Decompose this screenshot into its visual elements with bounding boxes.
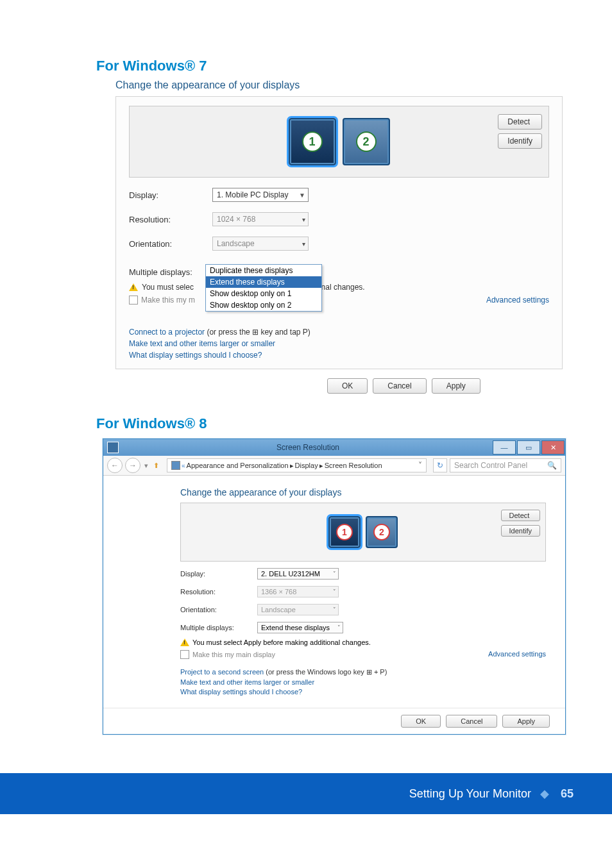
monitor-number: 1	[336, 524, 353, 540]
identify-button[interactable]: Identify	[498, 133, 542, 149]
make-main-checkbox[interactable]	[180, 650, 189, 659]
chevron-right-icon: ▸	[290, 462, 294, 470]
advanced-settings-link[interactable]: Advanced settings	[488, 650, 546, 659]
identify-button[interactable]: Identify	[501, 525, 540, 537]
breadcrumb-laquo: «	[182, 462, 185, 469]
up-button[interactable]: ⬆	[152, 462, 160, 470]
breadcrumb-item[interactable]: Screen Resolution	[325, 462, 382, 469]
resolution-combo[interactable]: 1366 × 768˅	[257, 586, 339, 597]
display-label: Display:	[180, 570, 257, 578]
chevron-down-icon: ˅	[333, 571, 336, 577]
section-heading-win7: For Windows® 7	[96, 58, 548, 74]
what-settings-link[interactable]: What display settings should I choose?	[180, 688, 546, 696]
chevron-down-icon: ▼	[299, 192, 305, 199]
make-text-larger-link[interactable]: Make text and other items larger or smal…	[180, 678, 546, 686]
multiple-displays-label: Multiple displays:	[180, 624, 257, 631]
display-arrangement-box[interactable]: 1 2 Detect Identify	[129, 106, 549, 178]
breadcrumb-dropdown[interactable]: ˅	[418, 461, 422, 470]
win8-window: Screen Resolution — ▭ ✕ ← → ▾ ⬆ « Appear…	[103, 438, 566, 735]
search-input[interactable]: Search Control Panel 🔍	[450, 458, 561, 472]
dropdown-option[interactable]: Duplicate these displays	[206, 265, 321, 276]
advanced-settings-link[interactable]: Advanced settings	[486, 296, 549, 305]
search-icon: 🔍	[547, 461, 557, 470]
display-combo[interactable]: 1. Mobile PC Display▼	[212, 188, 309, 202]
chevron-down-icon: ˅	[333, 588, 336, 595]
diamond-icon: ◆	[540, 787, 549, 801]
multiple-displays-dropdown[interactable]: Duplicate these displays Extend these di…	[205, 264, 322, 312]
warning-text: You must select Apply before making addi…	[192, 638, 371, 646]
close-button[interactable]: ✕	[541, 440, 565, 455]
page-footer: Setting Up Your Monitor ◆ 65	[0, 773, 612, 814]
resolution-label: Resolution:	[129, 215, 212, 224]
chevron-right-icon: ▸	[319, 462, 323, 470]
multiple-displays-label: Multiple displays:	[129, 267, 212, 277]
project-second-screen-link[interactable]: Project to a second screen (or press the…	[180, 668, 546, 676]
warning-text-left: You must selec	[142, 283, 194, 292]
chevron-down-icon: ▾	[302, 240, 305, 247]
display-arrangement-box[interactable]: 1 2 Detect Identify	[180, 503, 546, 562]
display-label: Display:	[129, 190, 212, 200]
what-settings-link[interactable]: What display settings should I choose?	[129, 351, 549, 360]
control-panel-icon	[171, 461, 180, 470]
chevron-down-icon: ▾	[302, 216, 305, 223]
orientation-combo[interactable]: Landscape▾	[212, 237, 309, 251]
display-combo[interactable]: 2. DELL U2312HM˅	[257, 568, 339, 580]
make-main-label: Make this my main display	[192, 651, 275, 658]
minimize-button[interactable]: —	[493, 440, 516, 455]
orientation-combo[interactable]: Landscape˅	[257, 604, 339, 615]
monitor-2[interactable]: 2	[366, 516, 398, 548]
detect-button[interactable]: Detect	[498, 114, 542, 129]
monitor-number: 2	[356, 131, 377, 152]
make-text-larger-link[interactable]: Make text and other items larger or smal…	[129, 339, 549, 348]
page-number: 65	[561, 787, 574, 801]
dropdown-option-selected[interactable]: Extend these displays	[206, 276, 321, 288]
connect-projector-link[interactable]: Connect to a projector (or press the ⊞ k…	[129, 328, 549, 337]
monitor-2[interactable]: 2	[343, 118, 390, 165]
cancel-button[interactable]: Cancel	[446, 715, 497, 728]
ok-button[interactable]: OK	[401, 715, 441, 728]
ok-button[interactable]: OK	[327, 378, 368, 394]
forward-button[interactable]: →	[125, 458, 140, 473]
multiple-displays-combo[interactable]: Extend these displays˅	[257, 622, 343, 633]
win8-subtitle: Change the appearance of your displays	[180, 487, 546, 497]
win7-panel-title: Change the appearance of your displays	[115, 79, 548, 91]
dropdown-option[interactable]: Show desktop only on 2	[206, 299, 321, 311]
section-heading-win8: For Windows® 8	[96, 415, 548, 432]
refresh-button[interactable]: ↻	[433, 458, 447, 472]
resolution-label: Resolution:	[180, 588, 257, 596]
monitor-1[interactable]: 1	[289, 118, 336, 165]
control-panel-icon	[107, 442, 119, 453]
warning-icon	[180, 638, 189, 646]
detect-button[interactable]: Detect	[501, 510, 540, 521]
search-placeholder: Search Control Panel	[454, 461, 527, 470]
warning-text-right: onal changes.	[317, 283, 365, 292]
monitor-number: 1	[302, 131, 323, 152]
window-title: Screen Resolution	[124, 443, 492, 452]
recent-dropdown[interactable]: ▾	[143, 462, 149, 470]
orientation-label: Orientation:	[180, 606, 257, 613]
orientation-label: Orientation:	[129, 239, 212, 249]
breadcrumb-item[interactable]: Display	[295, 462, 318, 469]
resolution-combo[interactable]: 1024 × 768▾	[212, 212, 309, 226]
make-main-label: Make this my m	[141, 296, 195, 305]
apply-button[interactable]: Apply	[432, 378, 480, 394]
footer-section-title: Setting Up Your Monitor	[409, 787, 531, 801]
warning-icon	[129, 283, 138, 291]
cancel-button[interactable]: Cancel	[373, 378, 426, 394]
apply-button[interactable]: Apply	[502, 715, 550, 728]
monitor-1[interactable]: 1	[328, 516, 361, 548]
chevron-down-icon: ˅	[333, 606, 336, 613]
win8-nav-toolbar: ← → ▾ ⬆ « Appearance and Personalization…	[103, 456, 565, 476]
windows-key-icon: ⊞	[252, 328, 259, 337]
breadcrumb-bar[interactable]: « Appearance and Personalization ▸ Displ…	[167, 458, 427, 472]
dropdown-option[interactable]: Show desktop only on 1	[206, 288, 321, 299]
win8-titlebar[interactable]: Screen Resolution — ▭ ✕	[103, 439, 565, 456]
windows-key-icon: ⊞	[366, 668, 372, 676]
monitor-number: 2	[373, 524, 390, 540]
maximize-button[interactable]: ▭	[517, 440, 540, 455]
chevron-down-icon: ˅	[337, 624, 341, 631]
back-button[interactable]: ←	[107, 458, 123, 473]
win7-panel: 1 2 Detect Identify Display: 1. Mobile P…	[115, 96, 563, 369]
make-main-checkbox[interactable]	[129, 296, 138, 305]
breadcrumb-item[interactable]: Appearance and Personalization	[187, 462, 289, 469]
